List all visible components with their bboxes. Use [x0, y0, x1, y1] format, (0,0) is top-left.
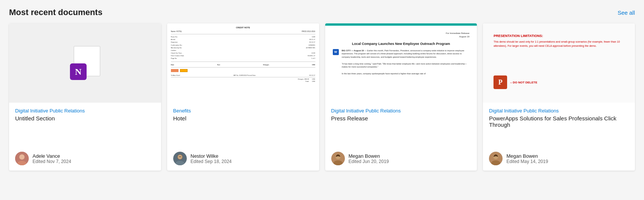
card-body-3: Digital Initiative Public Relations Pres… — [325, 103, 477, 147]
section-header: Most recent documents See all — [9, 8, 635, 17]
document-card-3[interactable]: For Immediate Release August 19 Local Co… — [325, 23, 477, 171]
most-recent-documents-section: Most recent documents See all N Digital … — [9, 8, 635, 171]
document-card-1[interactable]: N Digital Initiative Public Relations Un… — [9, 23, 161, 171]
card-folder-2[interactable]: Benefits — [173, 108, 313, 114]
avatar-3 — [331, 152, 345, 165]
svg-point-1 — [19, 154, 25, 160]
user-info-3: Megan Bowen Edited Jun 20, 2019 — [349, 153, 389, 164]
edited-date-1: Edited Nov 7, 2024 — [33, 159, 71, 164]
edited-date-4: Edited May 14, 2019 — [506, 159, 548, 164]
card-name-3: Press Release — [331, 115, 471, 122]
user-info-1: Adele Vance Edited Nov 7, 2024 — [33, 153, 71, 164]
ppt-warning-title: PRESENTATION LIMITATIONS: — [493, 34, 624, 38]
user-info-2: Nestor Wilke Edited Sep 18, 2024 — [191, 153, 232, 164]
user-name-2: Nestor Wilke — [191, 153, 232, 159]
card-thumbnail-2: CREDIT NOTE Name: HOTELPROD 2012-2016 Ro… — [167, 23, 319, 103]
card-footer-1: Adele Vance Edited Nov 7, 2024 — [9, 147, 161, 171]
user-name-3: Megan Bowen — [349, 153, 389, 159]
card-folder-3[interactable]: Digital Initiative Public Relations — [331, 108, 471, 114]
do-not-delete-label: – DO NOT DELETE — [510, 81, 537, 84]
powerpoint-icon: P — [493, 75, 507, 89]
user-info-4: Megan Bowen Edited May 14, 2019 — [506, 153, 548, 164]
card-folder-4[interactable]: Digital Initiative Public Relations — [489, 108, 629, 114]
card-thumbnail-3: For Immediate Release August 19 Local Co… — [325, 23, 477, 103]
card-body-2: Benefits Hotel — [167, 103, 319, 147]
avatar-2 — [173, 152, 187, 165]
avatar-1 — [15, 152, 29, 165]
card-name-4: PowerApps Solutions for Sales Profession… — [489, 115, 629, 128]
see-all-link[interactable]: See all — [618, 9, 635, 16]
card-footer-2: Nestor Wilke Edited Sep 18, 2024 — [167, 147, 319, 171]
ppt-content: PRESENTATION LIMITATIONS: This demo shou… — [487, 28, 630, 98]
user-name-1: Adele Vance — [33, 153, 71, 159]
card-body-4: Digital Initiative Public Relations Powe… — [483, 103, 635, 147]
card-folder-1[interactable]: Digital Initiative Public Relations — [15, 108, 155, 114]
card-footer-4: Megan Bowen Edited May 14, 2019 — [483, 147, 635, 171]
avatar-4 — [489, 152, 503, 165]
cards-container: N Digital Initiative Public Relations Un… — [9, 23, 635, 171]
card-thumbnail-4: PRESENTATION LIMITATIONS: This demo shou… — [483, 23, 635, 103]
ppt-warning-text: This demo should be used only for 1:1 pr… — [493, 40, 624, 48]
card-body-1: Digital Initiative Public Relations Unti… — [9, 103, 161, 147]
card-name-1: Untitled Section — [15, 115, 155, 122]
edited-date-2: Edited Sep 18, 2024 — [191, 159, 232, 164]
invoice-content: CREDIT NOTE Name: HOTELPROD 2012-2016 Ro… — [167, 23, 319, 103]
card-name-2: Hotel — [173, 115, 313, 122]
user-name-4: Megan Bowen — [506, 153, 548, 159]
edited-date-3: Edited Jun 20, 2019 — [349, 159, 389, 164]
onenote-badge: N — [70, 63, 87, 80]
onenote-icon: N — [70, 46, 100, 80]
card-footer-3: Megan Bowen Edited Jun 20, 2019 — [325, 147, 477, 171]
card-thumbnail-1: N — [9, 23, 161, 103]
document-card-4[interactable]: PRESENTATION LIMITATIONS: This demo shou… — [483, 23, 635, 171]
document-card-2[interactable]: CREDIT NOTE Name: HOTELPROD 2012-2016 Ro… — [167, 23, 319, 171]
press-content: For Immediate Release August 19 Local Co… — [325, 26, 477, 103]
section-title: Most recent documents — [9, 8, 102, 17]
